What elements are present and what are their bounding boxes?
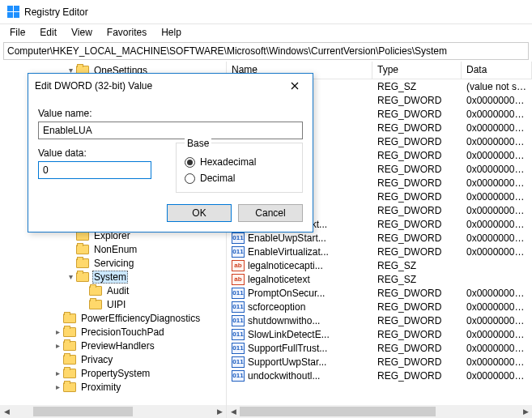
value-data: 0x00000005 (5)	[462, 95, 532, 106]
col-type[interactable]: Type	[372, 62, 462, 79]
radio-dec-label: Decimal	[200, 173, 235, 184]
chevron-right-icon[interactable]: ▸	[52, 341, 63, 350]
dword-value-icon: 011	[232, 315, 245, 326]
tree-item[interactable]: ▸Proximity	[0, 380, 226, 394]
value-name: PromptOnSecur...	[248, 288, 325, 299]
list-row[interactable]: 011scforceoptionREG_DWORD0x00000000 (0)	[227, 300, 532, 314]
folder-icon	[63, 314, 76, 323]
close-icon[interactable]	[283, 78, 306, 94]
radio-hex-icon	[185, 157, 195, 168]
value-data: 0x00000001 (1)	[462, 356, 532, 368]
tree-item[interactable]: ▸PreviewHandlers	[0, 339, 226, 352]
scroll-left-icon[interactable]: ◀	[227, 405, 240, 418]
value-name-label: Value name:	[38, 108, 303, 119]
tree-item[interactable]: Privacy	[0, 352, 226, 366]
list-row[interactable]: ablegalnoticecapti...REG_SZ	[227, 258, 532, 272]
scroll-left-icon[interactable]: ◀	[0, 405, 13, 418]
base-fieldset: Base Hexadecimal Decimal	[176, 143, 303, 193]
col-data[interactable]: Data	[462, 62, 532, 79]
base-legend: Base	[185, 138, 211, 149]
address-path: Computer\HKEY_LOCAL_MACHINE\SOFTWARE\Mic…	[7, 45, 447, 57]
list-row[interactable]: 011SupportFullTrust...REG_DWORD0x0000000…	[227, 341, 532, 355]
tree-item-label: Servicing	[94, 258, 134, 269]
tree-item[interactable]: ▸PropertySystem	[0, 366, 226, 380]
value-data: 0x00000000 (0)	[462, 301, 532, 313]
value-type: REG_DWORD	[372, 219, 462, 230]
menu-file[interactable]: File	[3, 25, 32, 40]
tree-item[interactable]: NonEnum	[0, 242, 226, 256]
dword-value-icon: 011	[232, 232, 245, 244]
value-data: (value not set)	[462, 81, 532, 92]
value-data: 0x00000002 (2)	[462, 232, 532, 244]
value-type: REG_DWORD	[372, 136, 462, 147]
dword-value-icon: 011	[232, 301, 245, 313]
scroll-right-icon[interactable]: ▶	[519, 405, 532, 418]
value-type: REG_SZ	[372, 260, 462, 271]
tree-item[interactable]: ▸PrecisionTouchPad	[0, 325, 226, 339]
tree-item-label: Privacy	[81, 354, 113, 365]
value-data: 0x00000001 (1)	[462, 288, 532, 299]
value-data: 0x00000001 (1)	[462, 205, 532, 216]
list-row[interactable]: 011EnableVirtualizat...REG_DWORD0x000000…	[227, 245, 532, 258]
dialog-body: Value name: Value data: Base Hexadecimal…	[28, 98, 313, 232]
scroll-right-icon[interactable]: ▶	[213, 405, 226, 418]
tree-item-label: NonEnum	[94, 244, 137, 255]
value-data: 0x00000001 (1)	[462, 343, 532, 354]
value-type: REG_DWORD	[372, 95, 462, 106]
list-row[interactable]: 011undockwithoutl...REG_DWORD0x00000001 …	[227, 369, 532, 382]
value-name: SupportFullTrust...	[248, 343, 327, 354]
dword-value-icon: 011	[232, 329, 245, 340]
dialog-titlebar[interactable]: Edit DWORD (32-bit) Value	[28, 74, 313, 98]
regedit-app-icon	[6, 6, 19, 19]
list-row[interactable]: 011PromptOnSecur...REG_DWORD0x00000001 (…	[227, 286, 532, 300]
folder-icon	[63, 369, 76, 378]
menu-edit[interactable]: Edit	[33, 25, 63, 40]
tree-item-label: System	[94, 271, 126, 283]
radio-hex[interactable]: Hexadecimal	[185, 156, 294, 168]
value-data: 0x00000002 (2)	[462, 136, 532, 147]
list-row[interactable]: ablegalnoticetextREG_SZ	[227, 272, 532, 286]
value-type: REG_DWORD	[372, 329, 462, 340]
tree-item-label: UIPI	[107, 299, 126, 310]
cancel-button[interactable]: Cancel	[238, 204, 303, 222]
chevron-right-icon[interactable]: ▸	[52, 369, 63, 377]
address-bar[interactable]: Computer\HKEY_LOCAL_MACHINE\SOFTWARE\Mic…	[3, 42, 529, 60]
tree-item[interactable]: ▾System	[0, 270, 226, 284]
value-type: REG_DWORD	[372, 150, 462, 161]
radio-dec[interactable]: Decimal	[185, 173, 294, 184]
value-name: legalnoticecapti...	[248, 260, 323, 271]
tree-item[interactable]: Servicing	[0, 256, 226, 270]
value-type: REG_DWORD	[372, 301, 462, 313]
value-type: REG_DWORD	[372, 246, 462, 258]
tree-item[interactable]: Audit	[0, 284, 226, 297]
menu-view[interactable]: View	[65, 25, 99, 40]
string-value-icon: ab	[232, 260, 245, 271]
edit-dword-dialog: Edit DWORD (32-bit) Value Value name: Va…	[28, 73, 313, 232]
chevron-down-icon[interactable]: ▾	[65, 272, 76, 281]
list-hscroll[interactable]: ◀ ▶	[227, 405, 532, 418]
chevron-right-icon[interactable]: ▸	[52, 382, 63, 391]
dword-value-icon: 011	[232, 343, 245, 354]
folder-icon	[89, 286, 102, 296]
tree-item[interactable]: UIPI	[0, 297, 226, 311]
value-type: REG_DWORD	[372, 232, 462, 244]
list-row[interactable]: 011SlowLinkDetectE...REG_DWORD0x00000001…	[227, 327, 532, 341]
dialog-title-text: Edit DWORD (32-bit) Value	[35, 80, 152, 92]
value-name-input[interactable]	[38, 122, 303, 139]
tree-item-label: Proximity	[81, 382, 121, 393]
list-row[interactable]: 011SupportUwpStar...REG_DWORD0x00000001 …	[227, 355, 532, 369]
value-data: 0x00000000 (0)	[462, 122, 532, 134]
menu-help[interactable]: Help	[155, 25, 188, 40]
ok-button[interactable]: OK	[167, 204, 232, 222]
value-data: 0x00000001 (1)	[462, 315, 532, 326]
tree-item[interactable]: PowerEfficiencyDiagnostics	[0, 311, 226, 325]
value-name: SupportUwpStar...	[248, 356, 326, 368]
menu-favorites[interactable]: Favorites	[100, 25, 153, 40]
dword-value-icon: 011	[232, 356, 245, 368]
list-row[interactable]: 011shutdownwitho...REG_DWORD0x00000001 (…	[227, 314, 532, 327]
list-row[interactable]: 011EnableUwpStart...REG_DWORD0x00000002 …	[227, 231, 532, 245]
tree-item-label: Audit	[107, 285, 129, 296]
value-data-input[interactable]	[38, 161, 151, 179]
tree-hscroll[interactable]: ◀ ▶	[0, 405, 226, 418]
chevron-right-icon[interactable]: ▸	[52, 327, 63, 336]
